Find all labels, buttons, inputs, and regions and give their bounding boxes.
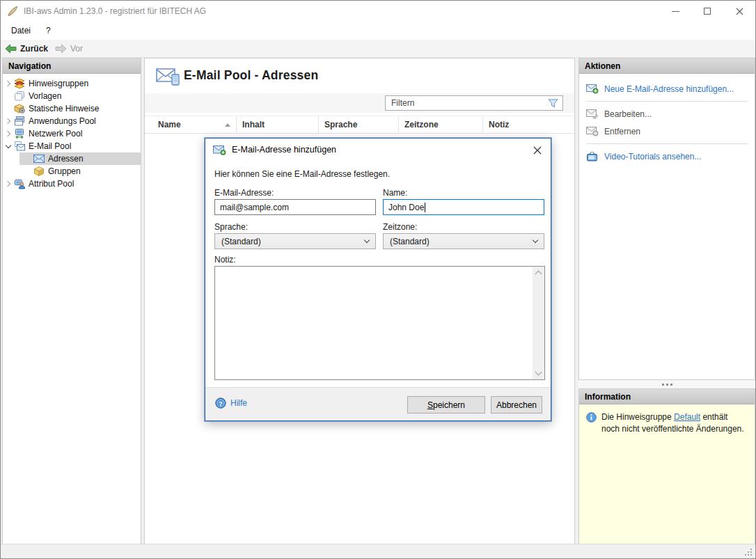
tree-item-anwendungs-pool[interactable]: Anwendungs Pool [3, 115, 141, 127]
network-pool-icon [13, 128, 25, 139]
menu-help[interactable]: ? [38, 23, 58, 38]
close-button[interactable] [723, 1, 755, 22]
action-label: Bearbeiten... [604, 109, 652, 119]
maximize-button[interactable] [691, 1, 723, 22]
name-field[interactable]: John Doe [383, 199, 544, 215]
dialog-description: Hier können Sie eine E-Mail-Adresse fest… [214, 169, 390, 179]
chevron-down-icon[interactable] [3, 143, 13, 149]
groups-box-icon [33, 166, 45, 177]
addresses-envelope-icon [33, 153, 45, 164]
toolbar: Zurück Vor [1, 40, 755, 58]
text-caret [425, 203, 425, 212]
tree-item-gruppen[interactable]: Gruppen [19, 165, 141, 178]
forward-button[interactable]: Vor [55, 44, 83, 54]
tree-item-vorlagen[interactable]: Vorlagen [3, 90, 141, 102]
resize-grip[interactable] [750, 554, 752, 556]
information-message: Die Hinweisgruppe Default enthält noch n… [601, 411, 746, 435]
dialog-close-button[interactable] [528, 142, 546, 159]
attribute-pool-icon [13, 178, 25, 189]
action-label: Neue E-Mail-Adresse hinzufügen... [604, 84, 734, 94]
chevron-right-icon[interactable] [3, 182, 13, 186]
content-header: E-Mail Pool - Adressen [145, 58, 574, 93]
column-header-sprache[interactable]: Sprache [319, 116, 399, 133]
column-header-inhalt[interactable]: Inhalt [237, 116, 319, 133]
tree-item-label: Hinweisgruppen [29, 79, 88, 88]
save-accelerator: S [427, 400, 433, 410]
save-label-rest: peichern [433, 400, 465, 410]
actions-separator [586, 101, 748, 102]
minimize-button[interactable] [659, 1, 691, 22]
back-arrow-icon [5, 44, 17, 54]
table-header: Name Inhalt Sprache Zeitzone Notiz [145, 116, 574, 134]
menu-bar: Datei ? [1, 22, 755, 40]
envelope-add-icon [586, 84, 599, 94]
tree-item-netzwerk-pool[interactable]: Netzwerk Pool [3, 127, 141, 140]
chevron-right-icon[interactable] [3, 119, 13, 123]
timezone-select-value: (Standard) [390, 237, 430, 246]
titlebar: IBI-aws Admin 1.23.0 - registriert für I… [1, 1, 755, 22]
action-add-email-address[interactable]: Neue E-Mail-Adresse hinzufügen... [586, 81, 748, 96]
scroll-down-icon[interactable] [533, 368, 544, 379]
language-select[interactable]: (Standard) [214, 233, 376, 249]
note-textarea[interactable] [214, 266, 545, 380]
action-edit[interactable]: Bearbeiten... [586, 107, 748, 121]
default-group-link[interactable]: Default [674, 412, 700, 422]
tree-item-label: Adressen [48, 154, 84, 164]
email-label: E-Mail-Adresse: [214, 188, 274, 198]
column-label: Inhalt [242, 120, 265, 129]
tree-item-adressen[interactable]: Adressen [19, 152, 141, 165]
panel-splitter[interactable] [578, 380, 755, 388]
save-button[interactable]: Speichern [407, 396, 485, 414]
actions-panel: Aktionen Neue E-Mail-Adresse hinzufügen.… [578, 58, 755, 380]
scroll-up-icon[interactable] [533, 267, 544, 278]
tree-item-hinweisgruppen[interactable]: Hinweisgruppen [3, 77, 141, 90]
close-icon [736, 8, 743, 15]
envelope-add-icon [213, 145, 226, 155]
chevron-right-icon[interactable] [3, 132, 13, 136]
filter-input-wrap [385, 95, 563, 111]
tree-item-label: Anwendungs Pool [29, 116, 96, 126]
information-header: Information [579, 389, 755, 404]
action-video-tutorials[interactable]: Video-Tutorials ansehen... [586, 149, 748, 164]
actions-separator [586, 143, 748, 144]
close-icon [533, 146, 542, 155]
app-icon [7, 6, 18, 17]
forward-arrow-icon [55, 44, 67, 54]
forward-label: Vor [70, 44, 83, 54]
navigation-panel: Navigation Hinweisgruppen Vorlagen [2, 58, 141, 544]
filter-icon[interactable] [548, 99, 558, 108]
help-link[interactable]: ? Hilfe [215, 397, 247, 409]
tree-item-email-pool[interactable]: E-Mail Pool [3, 140, 141, 152]
tree-item-label: Statische Hinweise [29, 104, 99, 113]
information-panel: Information Die Hinweisgruppe Default en… [578, 388, 755, 544]
note-scrollbar[interactable] [533, 267, 544, 379]
static-notices-icon [13, 103, 25, 114]
tree-item-attribut-pool[interactable]: Attribut Pool [3, 178, 141, 190]
chevron-right-icon[interactable] [3, 81, 13, 86]
filter-input[interactable] [386, 98, 545, 108]
menu-datei[interactable]: Datei [3, 23, 38, 38]
app-window: IBI-aws Admin 1.23.0 - registriert für I… [0, 0, 756, 559]
sort-ascending-icon [225, 123, 230, 127]
tree-item-label: Vorlagen [29, 91, 61, 101]
timezone-select[interactable]: (Standard) [383, 233, 544, 249]
timezone-label: Zeitzone: [383, 222, 417, 232]
column-header-notiz[interactable]: Notiz [483, 116, 574, 133]
action-remove[interactable]: Entfernen [586, 124, 748, 139]
column-header-zeitzone[interactable]: Zeitzone [399, 116, 483, 133]
dialog-title: E-Mail-Adresse hinzufügen [232, 145, 336, 155]
filter-row [145, 93, 574, 113]
back-button[interactable]: Zurück [5, 44, 48, 54]
add-email-dialog: E-Mail-Adresse hinzufügen Hier können Si… [205, 138, 551, 421]
note-label: Notiz: [214, 255, 236, 265]
email-field[interactable]: mail@sample.com [214, 199, 376, 215]
page-title: E-Mail Pool - Adressen [184, 68, 318, 83]
window-title: IBI-aws Admin 1.23.0 - registriert für I… [24, 6, 206, 16]
column-header-name[interactable]: Name [145, 116, 237, 133]
tree-item-statische-hinweise[interactable]: Statische Hinweise [3, 102, 141, 115]
message-prefix: Die Hinweisgruppe [601, 412, 674, 422]
envelope-remove-icon [586, 126, 599, 136]
envelope-edit-icon [586, 109, 599, 119]
column-label: Notiz [489, 120, 509, 129]
cancel-button[interactable]: Abbrechen [491, 396, 542, 414]
